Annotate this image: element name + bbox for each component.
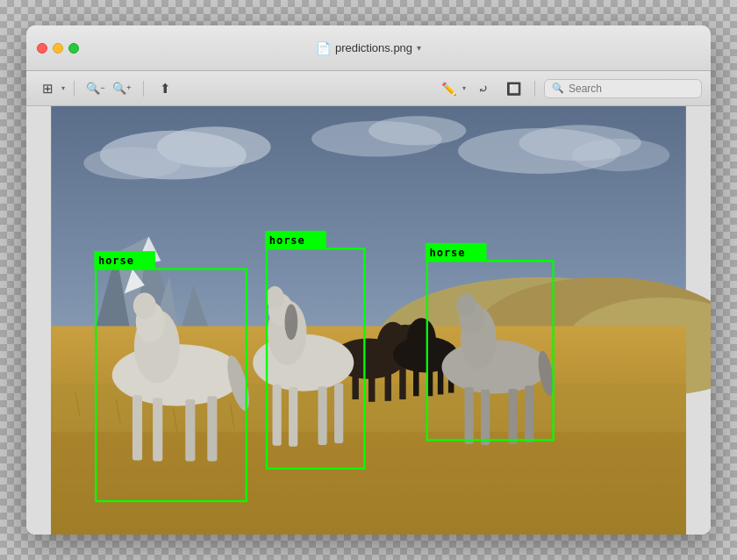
toolbar: ⊞ ▾ 🔍− 🔍+ ⬆ ✏️ ▾ ⤾ 🔲: [26, 71, 711, 106]
svg-point-56: [266, 286, 283, 309]
window-title-group: 📄 predictions.png ▾: [316, 41, 421, 55]
tools-icon: 🔲: [506, 82, 521, 96]
svg-text:horse: horse: [98, 255, 134, 267]
svg-rect-51: [273, 384, 282, 446]
close-button[interactable]: [37, 43, 47, 54]
search-input[interactable]: [569, 83, 683, 95]
main-window: 📄 predictions.png ▾ ⊞ ▾ 🔍− 🔍+ ⬆: [26, 25, 711, 535]
svg-rect-31: [399, 365, 405, 399]
svg-rect-54: [334, 383, 343, 443]
sidebar-toggle-group: ⊞ ▾: [35, 78, 65, 99]
svg-rect-28: [352, 367, 358, 399]
toolbar-separator-1: [74, 81, 75, 97]
svg-rect-45: [207, 396, 217, 461]
file-icon: 📄: [316, 41, 331, 55]
svg-rect-61: [481, 390, 490, 445]
search-icon: 🔍: [552, 83, 564, 94]
maximize-button[interactable]: [68, 43, 79, 54]
titlebar: 📄 predictions.png ▾: [26, 25, 711, 71]
content-area: horse horse horse: [26, 106, 711, 535]
svg-point-35: [407, 318, 436, 363]
svg-point-57: [284, 304, 297, 340]
image-canvas: horse horse horse: [26, 106, 711, 535]
zoom-out-icon: 🔍−: [86, 82, 104, 95]
search-box: 🔍: [544, 79, 702, 98]
share-button[interactable]: ⬆: [153, 78, 177, 99]
svg-rect-60: [464, 387, 473, 444]
zoom-in-icon: 🔍+: [112, 82, 131, 95]
svg-point-5: [368, 116, 466, 145]
svg-rect-52: [289, 387, 297, 447]
markup-chevron-icon: ▾: [462, 84, 466, 92]
svg-rect-44: [185, 399, 195, 462]
markup-group: ✏️ ▾: [436, 78, 466, 99]
svg-text:horse: horse: [430, 247, 466, 259]
svg-rect-62: [509, 389, 518, 444]
minimize-button[interactable]: [53, 43, 63, 54]
traffic-lights: [37, 43, 79, 54]
window-title: predictions.png: [335, 41, 412, 54]
svg-rect-36: [413, 365, 419, 396]
svg-rect-43: [153, 398, 162, 461]
svg-point-65: [456, 293, 476, 316]
svg-rect-21: [51, 432, 686, 535]
svg-text:horse: horse: [269, 234, 305, 247]
svg-point-8: [572, 139, 669, 171]
sidebar-toggle-button[interactable]: ⊞: [35, 78, 60, 99]
svg-point-47: [133, 292, 156, 319]
svg-point-3: [83, 147, 181, 179]
zoom-group: 🔍− 🔍+: [83, 78, 134, 99]
sidebar-icon: ⊞: [42, 81, 54, 97]
toolbar-separator-3: [534, 81, 535, 97]
tools-button[interactable]: 🔲: [501, 78, 526, 99]
toolbar-separator-2: [143, 81, 144, 97]
markup-icon: ✏️: [441, 82, 456, 96]
svg-rect-42: [132, 395, 142, 460]
share-icon: ⬆: [160, 81, 171, 97]
zoom-out-button[interactable]: 🔍−: [83, 78, 108, 99]
rotate-icon: ⤾: [478, 82, 489, 96]
svg-rect-29: [368, 371, 375, 402]
svg-rect-30: [385, 369, 391, 401]
rotate-button[interactable]: ⤾: [471, 78, 496, 99]
svg-rect-53: [318, 386, 326, 445]
sidebar-chevron-icon: ▾: [61, 84, 65, 92]
chevron-down-icon: ▾: [417, 43, 421, 53]
zoom-in-button[interactable]: 🔍+: [110, 78, 134, 99]
svg-rect-63: [525, 385, 533, 442]
markup-button[interactable]: ✏️: [436, 78, 461, 99]
